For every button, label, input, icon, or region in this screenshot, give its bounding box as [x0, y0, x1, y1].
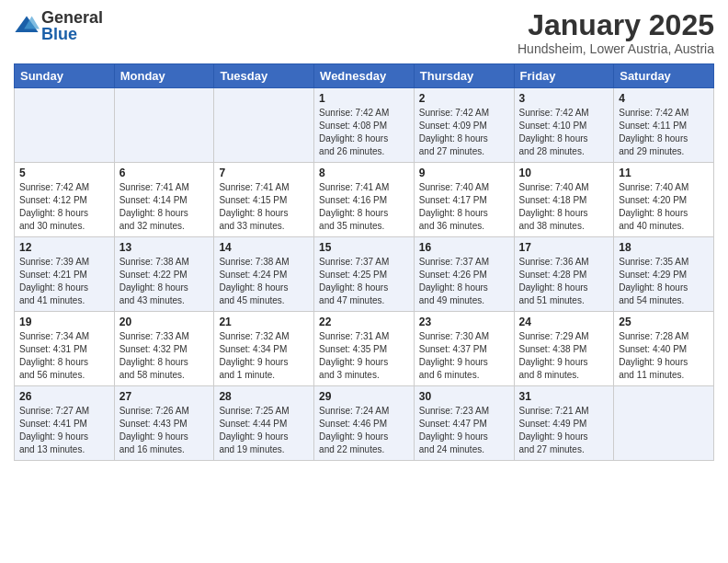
- day-info: Sunrise: 7:39 AM Sunset: 4:21 PM Dayligh…: [19, 256, 109, 307]
- table-row: 13Sunrise: 7:38 AM Sunset: 4:22 PM Dayli…: [114, 237, 214, 312]
- table-row: 8Sunrise: 7:41 AM Sunset: 4:16 PM Daylig…: [314, 163, 415, 237]
- day-number: 4: [619, 92, 709, 105]
- logo-blue: Blue: [41, 26, 103, 42]
- table-row: 16Sunrise: 7:37 AM Sunset: 4:26 PM Dayli…: [414, 237, 514, 312]
- table-row: 1Sunrise: 7:42 AM Sunset: 4:08 PM Daylig…: [314, 88, 415, 163]
- day-info: Sunrise: 7:24 AM Sunset: 4:46 PM Dayligh…: [319, 405, 409, 456]
- table-row: 17Sunrise: 7:36 AM Sunset: 4:28 PM Dayli…: [514, 237, 614, 312]
- table-row: 25Sunrise: 7:28 AM Sunset: 4:40 PM Dayli…: [614, 312, 714, 386]
- day-number: 5: [19, 167, 109, 179]
- col-tuesday: Tuesday: [214, 64, 314, 88]
- day-info: Sunrise: 7:28 AM Sunset: 4:40 PM Dayligh…: [619, 330, 709, 382]
- day-info: Sunrise: 7:37 AM Sunset: 4:25 PM Dayligh…: [319, 256, 409, 307]
- calendar-subtitle: Hundsheim, Lower Austria, Austria: [518, 41, 714, 56]
- calendar-title: January 2025: [518, 9, 714, 41]
- day-info: Sunrise: 7:29 AM Sunset: 4:38 PM Dayligh…: [519, 330, 609, 382]
- table-row: [214, 88, 314, 163]
- day-info: Sunrise: 7:27 AM Sunset: 4:41 PM Dayligh…: [19, 405, 109, 456]
- logo-general: General: [41, 9, 103, 26]
- table-row: 22Sunrise: 7:31 AM Sunset: 4:35 PM Dayli…: [314, 312, 415, 386]
- table-row: 5Sunrise: 7:42 AM Sunset: 4:12 PM Daylig…: [15, 163, 115, 237]
- day-info: Sunrise: 7:38 AM Sunset: 4:22 PM Dayligh…: [119, 256, 210, 307]
- day-number: 6: [119, 167, 210, 179]
- table-row: 29Sunrise: 7:24 AM Sunset: 4:46 PM Dayli…: [314, 386, 415, 461]
- col-wednesday: Wednesday: [314, 64, 415, 88]
- table-row: 19Sunrise: 7:34 AM Sunset: 4:31 PM Dayli…: [15, 312, 115, 386]
- table-row: 15Sunrise: 7:37 AM Sunset: 4:25 PM Dayli…: [314, 237, 415, 312]
- day-number: 23: [419, 316, 509, 328]
- day-number: 12: [19, 241, 109, 254]
- table-row: 6Sunrise: 7:41 AM Sunset: 4:14 PM Daylig…: [114, 163, 214, 237]
- page: General Blue January 2025 Hundsheim, Low…: [0, 0, 728, 563]
- table-row: 23Sunrise: 7:30 AM Sunset: 4:37 PM Dayli…: [414, 312, 514, 386]
- day-info: Sunrise: 7:41 AM Sunset: 4:14 PM Dayligh…: [119, 181, 210, 233]
- table-row: 21Sunrise: 7:32 AM Sunset: 4:34 PM Dayli…: [214, 312, 314, 386]
- day-number: 2: [419, 92, 509, 105]
- day-number: 11: [619, 167, 709, 179]
- day-number: 9: [419, 167, 509, 179]
- day-info: Sunrise: 7:40 AM Sunset: 4:17 PM Dayligh…: [419, 181, 509, 233]
- col-thursday: Thursday: [414, 64, 514, 88]
- logo-icon: [14, 13, 40, 39]
- calendar-week-row: 19Sunrise: 7:34 AM Sunset: 4:31 PM Dayli…: [15, 312, 714, 386]
- day-number: 28: [219, 390, 309, 403]
- header-row: Sunday Monday Tuesday Wednesday Thursday…: [15, 64, 714, 88]
- day-info: Sunrise: 7:42 AM Sunset: 4:11 PM Dayligh…: [619, 107, 709, 158]
- table-row: 11Sunrise: 7:40 AM Sunset: 4:20 PM Dayli…: [614, 163, 714, 237]
- table-row: 7Sunrise: 7:41 AM Sunset: 4:15 PM Daylig…: [214, 163, 314, 237]
- day-info: Sunrise: 7:42 AM Sunset: 4:08 PM Dayligh…: [319, 107, 409, 158]
- table-row: 26Sunrise: 7:27 AM Sunset: 4:41 PM Dayli…: [15, 386, 115, 461]
- day-number: 10: [519, 167, 609, 179]
- day-number: 7: [219, 167, 309, 179]
- title-section: January 2025 Hundsheim, Lower Austria, A…: [518, 9, 714, 56]
- day-info: Sunrise: 7:40 AM Sunset: 4:20 PM Dayligh…: [619, 181, 709, 233]
- table-row: 31Sunrise: 7:21 AM Sunset: 4:49 PM Dayli…: [514, 386, 614, 461]
- day-number: 3: [519, 92, 609, 105]
- calendar-week-row: 5Sunrise: 7:42 AM Sunset: 4:12 PM Daylig…: [15, 163, 714, 237]
- day-info: Sunrise: 7:37 AM Sunset: 4:26 PM Dayligh…: [419, 256, 509, 307]
- day-info: Sunrise: 7:42 AM Sunset: 4:10 PM Dayligh…: [519, 107, 609, 158]
- day-info: Sunrise: 7:33 AM Sunset: 4:32 PM Dayligh…: [119, 330, 210, 382]
- day-number: 29: [319, 390, 409, 403]
- col-saturday: Saturday: [614, 64, 714, 88]
- day-info: Sunrise: 7:23 AM Sunset: 4:47 PM Dayligh…: [419, 405, 509, 456]
- col-monday: Monday: [114, 64, 214, 88]
- day-info: Sunrise: 7:41 AM Sunset: 4:15 PM Dayligh…: [219, 181, 309, 233]
- calendar-table: Sunday Monday Tuesday Wednesday Thursday…: [14, 63, 714, 461]
- day-info: Sunrise: 7:41 AM Sunset: 4:16 PM Dayligh…: [319, 181, 409, 233]
- day-number: 25: [619, 316, 709, 328]
- day-number: 27: [119, 390, 210, 403]
- day-info: Sunrise: 7:30 AM Sunset: 4:37 PM Dayligh…: [419, 330, 509, 382]
- day-number: 22: [319, 316, 409, 328]
- day-info: Sunrise: 7:31 AM Sunset: 4:35 PM Dayligh…: [319, 330, 409, 382]
- day-number: 21: [219, 316, 309, 328]
- table-row: 9Sunrise: 7:40 AM Sunset: 4:17 PM Daylig…: [414, 163, 514, 237]
- day-info: Sunrise: 7:26 AM Sunset: 4:43 PM Dayligh…: [119, 405, 210, 456]
- logo: General Blue: [14, 9, 103, 42]
- table-row: [114, 88, 214, 163]
- day-info: Sunrise: 7:34 AM Sunset: 4:31 PM Dayligh…: [19, 330, 109, 382]
- table-row: [614, 386, 714, 461]
- day-number: 30: [419, 390, 509, 403]
- table-row: 20Sunrise: 7:33 AM Sunset: 4:32 PM Dayli…: [114, 312, 214, 386]
- day-info: Sunrise: 7:25 AM Sunset: 4:44 PM Dayligh…: [219, 405, 309, 456]
- day-number: 24: [519, 316, 609, 328]
- table-row: [15, 88, 115, 163]
- day-number: 26: [19, 390, 109, 403]
- day-number: 31: [519, 390, 609, 403]
- day-number: 16: [419, 241, 509, 254]
- calendar-week-row: 1Sunrise: 7:42 AM Sunset: 4:08 PM Daylig…: [15, 88, 714, 163]
- header: General Blue January 2025 Hundsheim, Low…: [14, 9, 714, 56]
- calendar-week-row: 12Sunrise: 7:39 AM Sunset: 4:21 PM Dayli…: [15, 237, 714, 312]
- day-number: 19: [19, 316, 109, 328]
- table-row: 12Sunrise: 7:39 AM Sunset: 4:21 PM Dayli…: [15, 237, 115, 312]
- table-row: 27Sunrise: 7:26 AM Sunset: 4:43 PM Dayli…: [114, 386, 214, 461]
- table-row: 24Sunrise: 7:29 AM Sunset: 4:38 PM Dayli…: [514, 312, 614, 386]
- day-info: Sunrise: 7:35 AM Sunset: 4:29 PM Dayligh…: [619, 256, 709, 307]
- day-number: 13: [119, 241, 210, 254]
- day-number: 15: [319, 241, 409, 254]
- day-info: Sunrise: 7:42 AM Sunset: 4:12 PM Dayligh…: [19, 181, 109, 233]
- col-friday: Friday: [514, 64, 614, 88]
- day-info: Sunrise: 7:21 AM Sunset: 4:49 PM Dayligh…: [519, 405, 609, 456]
- day-number: 18: [619, 241, 709, 254]
